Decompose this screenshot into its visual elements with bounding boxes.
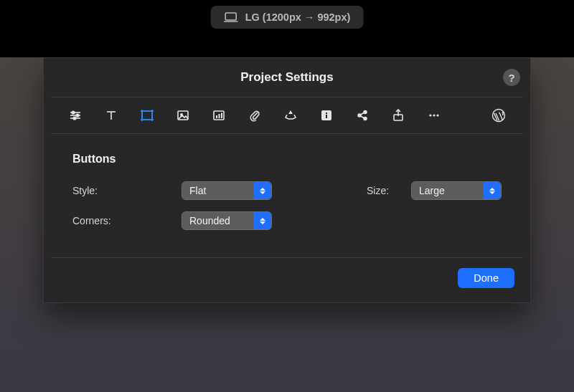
tab-sliders[interactable] [61, 105, 90, 126]
style-value: Flat [182, 185, 254, 196]
tab-attachment[interactable] [240, 105, 269, 126]
svg-rect-23 [326, 115, 327, 118]
dialog-header: Project Settings ? [44, 58, 530, 97]
tab-upload[interactable] [384, 105, 413, 126]
project-settings-dialog: Project Settings ? [43, 57, 531, 303]
done-button[interactable]: Done [458, 268, 514, 288]
corners-label: Corners: [72, 215, 173, 226]
corners-value: Rounded [182, 215, 254, 226]
dialog-footer: Done [44, 258, 530, 302]
size-select[interactable]: Large [411, 181, 502, 200]
svg-point-31 [429, 114, 431, 116]
size-label: Size: [367, 185, 403, 196]
svg-point-3 [72, 111, 75, 114]
svg-line-28 [361, 116, 364, 118]
svg-point-24 [358, 114, 361, 117]
svg-rect-10 [142, 111, 152, 120]
svg-rect-19 [219, 114, 220, 118]
breakpoint-indicator[interactable]: LG (1200px → 992px) [211, 6, 364, 29]
svg-rect-22 [326, 113, 327, 114]
tab-share[interactable] [348, 105, 377, 126]
breakpoint-label: LG (1200px → 992px) [245, 11, 351, 23]
tab-frame[interactable] [133, 105, 161, 126]
buttons-panel: Buttons Style: Flat Size: Large Corners [51, 134, 523, 258]
tab-image[interactable] [169, 105, 197, 126]
svg-point-33 [436, 114, 438, 116]
svg-point-7 [73, 117, 76, 120]
corners-select[interactable]: Rounded [182, 211, 272, 230]
style-select[interactable]: Flat [182, 181, 272, 200]
chevron-updown-icon [254, 182, 271, 199]
section-title: Buttons [72, 153, 502, 166]
dialog-title: Project Settings [240, 70, 333, 85]
laptop-icon [224, 12, 238, 22]
chevron-updown-icon [484, 182, 501, 199]
svg-point-5 [76, 114, 79, 117]
svg-rect-18 [216, 115, 217, 118]
help-button[interactable]: ? [503, 69, 520, 86]
tab-recycle[interactable] [276, 105, 305, 126]
tab-info[interactable] [312, 105, 341, 126]
chevron-updown-icon [254, 212, 271, 229]
style-label: Style: [72, 185, 173, 196]
svg-point-32 [433, 114, 435, 116]
tab-wordpress[interactable] [484, 105, 513, 126]
tab-text[interactable] [97, 105, 126, 126]
svg-rect-0 [225, 13, 236, 20]
tab-more[interactable] [420, 105, 448, 126]
settings-toolbar [51, 97, 523, 134]
svg-line-27 [361, 113, 364, 115]
help-icon: ? [508, 72, 514, 84]
tab-chart[interactable] [204, 105, 233, 126]
size-value: Large [412, 185, 484, 196]
svg-rect-20 [221, 113, 222, 119]
